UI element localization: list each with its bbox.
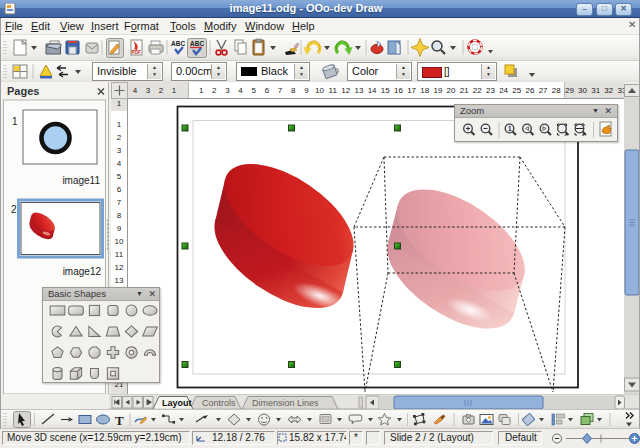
svg-text:9: 9 (304, 86, 309, 95)
svg-text:30: 30 (578, 86, 587, 95)
svg-text:4: 4 (117, 159, 122, 168)
svg-text:18: 18 (420, 86, 429, 95)
svg-text:32: 32 (604, 86, 613, 95)
svg-text:27: 27 (539, 86, 548, 95)
svg-text:2: 2 (159, 86, 164, 95)
svg-text:9: 9 (117, 224, 122, 233)
svg-text:Pages: Pages (7, 85, 39, 97)
svg-text:12: 12 (341, 86, 350, 95)
svg-text:image11: image11 (62, 175, 100, 186)
svg-text:3: 3 (225, 86, 230, 95)
svg-text:17: 17 (407, 86, 416, 95)
svg-text:T: T (115, 413, 124, 428)
svg-text:Dimension Lines: Dimension Lines (252, 398, 319, 408)
svg-text:11: 11 (329, 86, 338, 95)
svg-text:7: 7 (278, 86, 283, 95)
svg-text:Controls: Controls (202, 398, 236, 408)
svg-text:13: 13 (355, 86, 364, 95)
svg-text:3: 3 (117, 146, 122, 155)
svg-text:19: 19 (433, 86, 442, 95)
svg-text:4: 4 (133, 86, 138, 95)
svg-text:31: 31 (591, 86, 600, 95)
svg-text:8: 8 (117, 211, 122, 220)
svg-text:26: 26 (525, 86, 534, 95)
svg-text:12: 12 (115, 263, 124, 272)
svg-text:10: 10 (115, 237, 124, 246)
svg-text:5: 5 (252, 86, 257, 95)
svg-text:1: 1 (199, 86, 204, 95)
svg-text:14: 14 (368, 86, 377, 95)
svg-text:23: 23 (486, 86, 495, 95)
svg-text:image12: image12 (63, 266, 102, 277)
svg-text:5: 5 (117, 172, 122, 181)
svg-text:6: 6 (265, 86, 270, 95)
svg-text:1: 1 (117, 99, 122, 108)
svg-text:1: 1 (117, 120, 122, 129)
svg-text:PDF: PDF (132, 50, 141, 55)
svg-text:4: 4 (238, 86, 243, 95)
svg-text:1: 1 (172, 86, 177, 95)
svg-text:2: 2 (212, 86, 217, 95)
svg-text:29: 29 (565, 86, 574, 95)
svg-text:ABC: ABC (190, 40, 204, 47)
svg-text:15: 15 (381, 86, 390, 95)
svg-text:2: 2 (117, 133, 122, 142)
svg-text:7: 7 (117, 198, 122, 207)
svg-text:11: 11 (115, 250, 124, 259)
svg-text:1: 1 (508, 125, 512, 132)
svg-text:21: 21 (460, 86, 469, 95)
svg-text:16: 16 (394, 86, 403, 95)
svg-text:8: 8 (291, 86, 296, 95)
svg-text:3: 3 (146, 86, 151, 95)
svg-text:24: 24 (499, 86, 508, 95)
svg-text:10: 10 (315, 86, 324, 95)
svg-text:1: 1 (12, 116, 18, 127)
svg-text:2: 2 (11, 204, 17, 215)
svg-text:13: 13 (115, 276, 124, 285)
svg-text:25: 25 (512, 86, 521, 95)
svg-text:20: 20 (447, 86, 456, 95)
svg-text:6: 6 (117, 185, 122, 194)
svg-text:Layout: Layout (162, 398, 192, 408)
svg-text:22: 22 (473, 86, 482, 95)
svg-text:28: 28 (552, 86, 561, 95)
svg-text:ABC: ABC (171, 40, 185, 47)
